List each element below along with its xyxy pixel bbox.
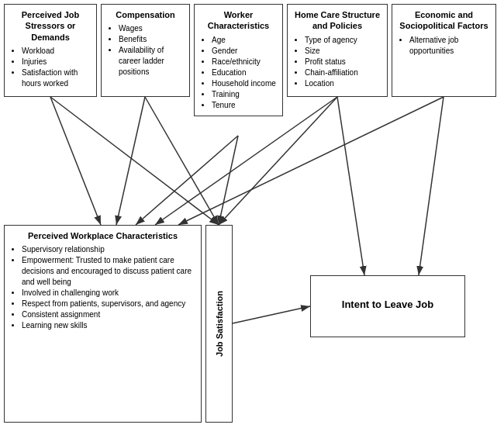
list-item: Satisfaction with hours worked [22,67,90,89]
list-item: Involved in challenging work [22,288,195,299]
compensation-box: Compensation Wages Benefits Availability… [101,4,190,97]
worker-box: Worker Characteristics Age Gender Race/e… [194,4,283,116]
economic-box: Economic and Sociopolitical Factors Alte… [392,4,496,97]
worker-title: Worker Characteristics [201,9,276,32]
perceived-job-box: Perceived Job Stressors or Demands Workl… [4,4,97,97]
list-item: Education [212,67,276,78]
svg-line-2 [116,97,145,225]
job-satisfaction-label: Job Satisfaction [215,291,224,357]
list-item: Household income [212,78,276,89]
svg-line-1 [50,97,101,225]
svg-line-8 [178,97,444,225]
list-item: Tenure [212,100,276,111]
home-care-box: Home Care Structure and Policies Type of… [287,4,388,97]
list-item: Injuries [22,57,90,67]
list-item: Profit status [305,57,381,67]
svg-line-5 [155,97,337,225]
list-item: Wages [119,23,183,34]
worker-list: Age Gender Race/ethnicity Education Hous… [201,35,276,111]
list-item: Learning new skills [22,320,195,331]
svg-line-11 [145,97,219,225]
list-item: Respect from patients, supervisors, and … [22,299,195,309]
workplace-box: Perceived Workplace Characteristics Supe… [4,225,202,423]
list-item: Workload [22,46,90,57]
home-care-title: Home Care Structure and Policies [294,9,381,32]
svg-line-9 [233,306,310,323]
list-item: Training [212,89,276,100]
intent-box: Intent to Leave Job [310,275,465,337]
svg-line-3 [136,136,238,225]
list-item: Supervisory relationship [22,244,195,255]
list-item: Age [212,35,276,46]
workplace-title: Perceived Workplace Characteristics [11,230,195,241]
list-item: Location [305,78,381,89]
compensation-title: Compensation [108,9,183,20]
list-item: Consistent assignment [22,309,195,320]
job-satisfaction-box: Job Satisfaction [205,225,233,423]
economic-title: Economic and Sociopolitical Factors [399,9,489,32]
home-care-list: Type of agency Size Profit status Chain-… [294,35,381,89]
diagram-container: Perceived Job Stressors or Demands Workl… [0,0,504,435]
list-item: Alternative job opportunities [409,35,489,57]
list-item: Gender [212,46,276,57]
intent-title: Intent to Leave Job [342,299,433,312]
perceived-job-list: Workload Injuries Satisfaction with hour… [11,46,90,89]
workplace-list: Supervisory relationship Empowerment: Tr… [11,244,195,331]
list-item: Chain-affiliation [305,67,381,78]
svg-line-4 [219,136,238,225]
list-item: Availability of career ladder positions [119,45,183,78]
svg-line-6 [337,97,364,275]
list-item: Benefits [119,34,183,45]
svg-line-12 [219,97,337,225]
svg-line-10 [50,97,219,225]
list-item: Race/ethnicity [212,57,276,67]
economic-list: Alternative job opportunities [399,35,489,57]
svg-line-7 [419,97,444,275]
perceived-job-title: Perceived Job Stressors or Demands [11,9,90,43]
list-item: Type of agency [305,35,381,46]
list-item: Empowerment: Trusted to make patient car… [22,255,195,288]
compensation-list: Wages Benefits Availability of career la… [108,23,183,78]
list-item: Size [305,46,381,57]
